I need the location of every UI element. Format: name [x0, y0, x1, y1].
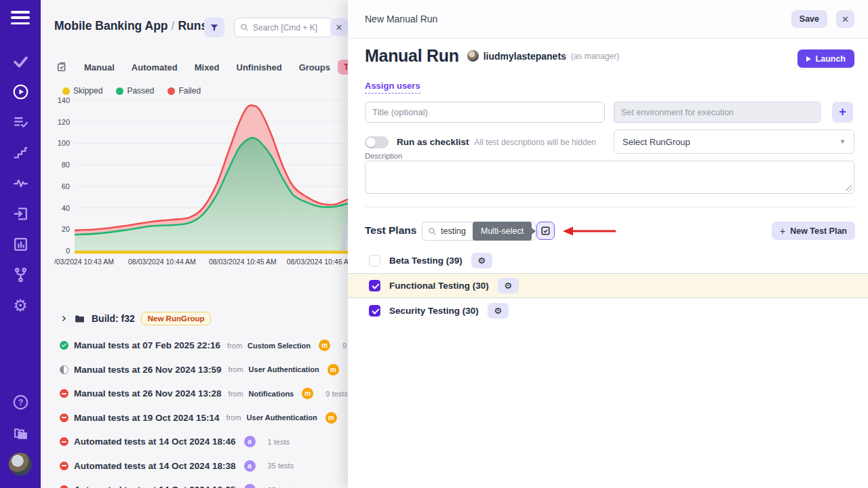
- save-button[interactable]: Save: [791, 10, 827, 28]
- multi-select-tooltip: Multi-select: [473, 222, 532, 241]
- svg-text:08/03/2024 10:46 AM: 08/03/2024 10:46 AM: [287, 258, 348, 266]
- tab-mixed[interactable]: Mixed: [195, 62, 220, 73]
- chevron-right-icon[interactable]: [60, 314, 68, 323]
- svg-text:20: 20: [62, 225, 70, 233]
- legend-item-skipped: Skipped: [62, 86, 102, 96]
- plan-settings-button[interactable]: ⚙: [498, 278, 519, 293]
- run-from-label: from: [227, 342, 242, 350]
- run-title-input[interactable]: [365, 102, 605, 123]
- rungroup-row[interactable]: Build: f32 New RunGroup: [60, 312, 211, 325]
- description-textarea[interactable]: [365, 161, 854, 194]
- tab-groups[interactable]: Groups: [299, 62, 330, 73]
- automated-badge: a: [244, 436, 256, 447]
- checklist-icon[interactable]: [0, 107, 41, 138]
- search-input[interactable]: [253, 23, 328, 33]
- legend-item-failed: Failed: [167, 86, 201, 96]
- chart-legend: SkippedPassedFailed: [62, 86, 201, 96]
- run-row[interactable]: Manual tests at 26 Nov 2024 13:59fromUse…: [41, 358, 348, 382]
- svg-text:120: 120: [58, 118, 70, 126]
- modal-title: New Manual Run: [365, 14, 437, 24]
- svg-text:40: 40: [62, 204, 70, 212]
- run-source: Custom Selection: [248, 342, 311, 350]
- run-row[interactable]: Automated tests at 14 Oct 2024 18:46a1 t…: [41, 430, 348, 454]
- tab-unfinished[interactable]: Unfinished: [237, 62, 282, 73]
- sidebar-nav: ⚙: [0, 46, 41, 321]
- svg-text:08/03/2024 10:45 AM: 08/03/2024 10:45 AM: [209, 258, 277, 266]
- test-plan-row[interactable]: Security Testing (30)⚙: [348, 298, 868, 323]
- run-source: User Authentication: [249, 365, 319, 373]
- run-tests-count: 9 tests: [342, 342, 348, 350]
- user-avatar[interactable]: [0, 449, 41, 480]
- run-row[interactable]: Automated tests at 14 Oct 2024 18:35a35 …: [41, 478, 348, 488]
- close-icon[interactable]: ✕: [836, 10, 854, 28]
- steps-icon[interactable]: [0, 138, 41, 168]
- plan-label: Beta Testing (39): [389, 256, 462, 266]
- test-plan-row[interactable]: Beta Testing (39)⚙: [348, 248, 868, 273]
- sidebar-bottom: ?: [0, 386, 41, 480]
- plan-label: Functional Testing (30): [389, 281, 489, 291]
- environment-input[interactable]: [614, 102, 821, 123]
- add-environment-button[interactable]: +: [832, 102, 853, 123]
- run-row[interactable]: Manual tests at 19 Oct 2024 15:14fromUse…: [41, 406, 348, 430]
- run-from-label: from: [226, 413, 241, 422]
- new-test-plan-button[interactable]: + New Test Plan: [772, 222, 855, 240]
- test-plan-row[interactable]: Functional Testing (30)⚙: [348, 273, 868, 298]
- breadcrumb-project[interactable]: Mobile Banking App: [54, 19, 168, 33]
- svg-text:60: 60: [62, 182, 70, 190]
- assign-users-link[interactable]: Assign users: [365, 81, 420, 94]
- run-row[interactable]: Automated tests at 14 Oct 2024 18:38a35 …: [41, 454, 348, 479]
- scrollbar-thumb[interactable]: [342, 224, 346, 251]
- run-title-row: Manual Run liudmylastepanets (as manager…: [365, 46, 619, 66]
- manual-badge: m: [319, 340, 330, 351]
- plan-checkbox[interactable]: [369, 280, 380, 291]
- plan-settings-button[interactable]: ⚙: [488, 303, 509, 319]
- automated-badge: a: [244, 460, 256, 472]
- divider: [365, 207, 854, 207]
- multi-select-button[interactable]: [536, 222, 555, 240]
- search-box: [234, 18, 334, 37]
- runs-list-icon[interactable]: [56, 62, 67, 73]
- menu-icon[interactable]: [11, 9, 30, 26]
- help-icon[interactable]: ?: [0, 386, 41, 418]
- modal-header: New Manual Run Save ✕: [348, 0, 868, 39]
- tab-automated[interactable]: Automated: [132, 62, 178, 73]
- toggle-knob: [366, 138, 376, 147]
- legend-dot: [167, 87, 175, 95]
- run-title: Automated tests at 14 Oct 2024 18:35: [74, 485, 236, 488]
- svg-text:100: 100: [58, 139, 70, 147]
- new-manual-run-modal: New Manual Run Save ✕ Manual Run liudmyl…: [348, 0, 868, 488]
- projects-icon[interactable]: [0, 418, 41, 449]
- settings-gear-icon[interactable]: ⚙: [0, 290, 41, 321]
- activity-icon[interactable]: [0, 168, 41, 199]
- manual-badge: m: [328, 364, 339, 375]
- svg-text:08/03/2024 10:43 AM: 08/03/2024 10:43 AM: [54, 258, 114, 266]
- run-row[interactable]: Manual tests at 26 Nov 2024 13:28fromNot…: [41, 382, 348, 406]
- run-row[interactable]: Manual tests at 07 Feb 2025 22:16fromCus…: [41, 333, 348, 358]
- check-icon[interactable]: [0, 46, 41, 77]
- gear-icon: ⚙: [477, 256, 486, 266]
- run-as-checklist-toggle[interactable]: [365, 136, 389, 148]
- plan-checkbox[interactable]: [369, 255, 380, 266]
- rungroup-select[interactable]: Select RunGroup ▼: [614, 129, 854, 154]
- run-source: User Authentication: [247, 413, 317, 422]
- status-badge[interactable]: T: [338, 60, 348, 75]
- branch-icon[interactable]: [0, 260, 41, 290]
- run-from-label: from: [229, 365, 243, 373]
- user-name: liudmylastepanets: [484, 51, 566, 62]
- plan-checkbox[interactable]: [369, 305, 380, 317]
- breadcrumb: Mobile Banking App/Runs: [54, 19, 208, 33]
- launch-button[interactable]: Launch: [797, 49, 854, 68]
- run-title: Manual tests at 19 Oct 2024 15:14: [74, 413, 220, 423]
- filter-button[interactable]: [204, 18, 224, 37]
- legend-item-passed: Passed: [116, 86, 154, 96]
- filter-icon: [210, 23, 219, 33]
- play-circle-icon[interactable]: [0, 77, 41, 107]
- manager-user[interactable]: liudmylastepanets (as manager): [467, 50, 620, 62]
- import-icon[interactable]: [0, 199, 41, 229]
- tab-manual[interactable]: Manual: [84, 62, 115, 73]
- close-icon[interactable]: ✕: [330, 18, 348, 36]
- report-icon[interactable]: [0, 229, 41, 260]
- plan-settings-button[interactable]: ⚙: [471, 253, 492, 268]
- app-sidebar: ⚙ ?: [0, 0, 41, 488]
- runs-list: Manual tests at 07 Feb 2025 22:16fromCus…: [41, 333, 348, 488]
